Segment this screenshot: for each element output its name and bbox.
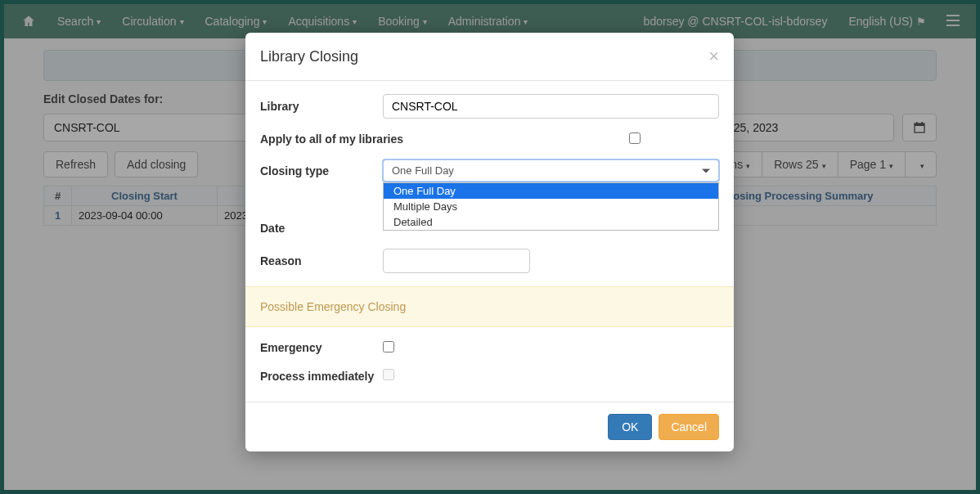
close-icon[interactable]: × [708, 46, 719, 67]
process-immediately-checkbox[interactable] [383, 369, 394, 380]
closing-type-option[interactable]: One Full Day [384, 183, 718, 199]
closing-type-option[interactable]: Multiple Days [384, 199, 718, 214]
apply-all-checkbox[interactable] [629, 132, 641, 144]
cancel-button[interactable]: Cancel [659, 414, 719, 440]
library-field[interactable] [383, 94, 719, 119]
modal-title: Library Closing [260, 48, 358, 65]
emergency-checkbox[interactable] [383, 341, 394, 353]
closing-type-dropdown: One Full Day Multiple Days Detailed [383, 182, 719, 231]
reason-field[interactable] [383, 249, 530, 273]
emergency-banner: Possible Emergency Closing [245, 286, 734, 327]
library-closing-modal: Library Closing × Library Apply to all o… [245, 33, 734, 451]
ok-button[interactable]: OK [608, 414, 652, 440]
date-label: Date [260, 221, 383, 236]
closing-type-label: Closing type [260, 164, 383, 178]
emergency-label: Emergency [260, 340, 383, 355]
reason-label: Reason [260, 254, 383, 268]
closing-type-select[interactable]: One Full Day [383, 159, 719, 182]
closing-type-option[interactable]: Detailed [384, 214, 718, 230]
process-label: Process immediately [260, 369, 383, 384]
library-label: Library [260, 99, 383, 114]
apply-all-label: Apply to all of my libraries [260, 132, 629, 146]
